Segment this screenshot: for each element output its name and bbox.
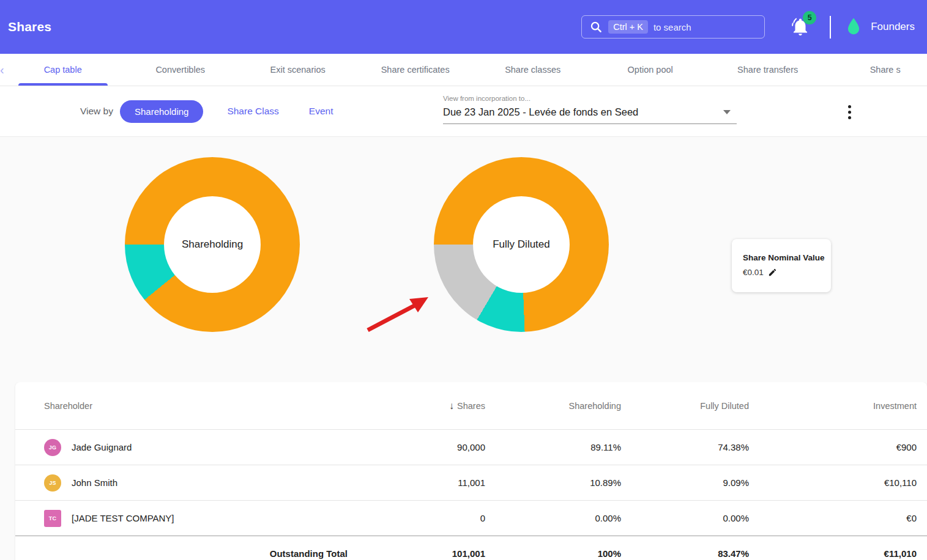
view-by-label: View by — [80, 106, 113, 117]
chevron-down-icon — [723, 110, 731, 114]
tab-option-pool[interactable]: Option pool — [592, 54, 709, 86]
cap-table: Shareholder ↓ Shares Shareholding Fully … — [15, 382, 927, 560]
tab-share-transfers[interactable]: Share transfers — [709, 54, 827, 86]
share-nominal-value-card: Share Nominal Value €0.01 — [732, 239, 831, 292]
col-header-shareholder[interactable]: Shareholder — [44, 401, 348, 411]
table-header-row: Shareholder ↓ Shares Shareholding Fully … — [15, 382, 927, 429]
shareholder-name: Jade Guignard — [72, 442, 132, 452]
total-investment: €11,010 — [749, 548, 917, 559]
nominal-value-title: Share Nominal Value — [743, 253, 831, 262]
col-header-fully-diluted[interactable]: Fully Diluted — [621, 401, 749, 411]
total-shares: 101,001 — [348, 548, 485, 559]
account-menu[interactable]: Founders — [846, 17, 915, 37]
search-icon — [589, 20, 603, 34]
total-label: Outstanding Total — [44, 548, 348, 559]
view-option-share-class[interactable]: Share Class — [221, 102, 285, 120]
col-header-shareholding[interactable]: Shareholding — [485, 401, 621, 411]
cell-fully-diluted: 74.38% — [621, 442, 749, 452]
more-options-button[interactable] — [843, 101, 855, 123]
col-header-shares[interactable]: ↓ Shares — [348, 400, 485, 411]
cell-fully-diluted: 9.09% — [621, 477, 749, 488]
cell-investment: €0 — [749, 513, 917, 523]
cell-shares: 90,000 — [348, 442, 485, 452]
avatar: JG — [44, 439, 61, 456]
filter-toolbar: View by Shareholding Share Class Event V… — [0, 86, 927, 137]
donut-hole: Shareholding — [164, 196, 261, 293]
fully-diluted-donut-chart[interactable]: Fully Diluted — [434, 157, 609, 332]
sort-descending-icon: ↓ — [449, 400, 454, 411]
cell-investment: €10,110 — [749, 477, 917, 488]
table-total-row: Outstanding Total 101,001 100% 83.47% €1… — [15, 536, 927, 560]
total-fully-diluted: 83.47% — [621, 548, 749, 559]
fully-diluted-chart-label: Fully Diluted — [493, 238, 550, 251]
view-option-event[interactable]: Event — [303, 102, 340, 120]
shareholding-donut-chart[interactable]: Shareholding — [125, 157, 300, 332]
period-select-value: Due 23 Jan 2025 - Levée de fonds en Seed — [443, 106, 638, 118]
nominal-value: €0.01 — [743, 268, 764, 277]
red-annotation-arrow — [363, 293, 433, 336]
shareholding-chart-label: Shareholding — [182, 238, 243, 251]
period-select-label: View from incorporation to... — [443, 95, 737, 102]
tabs-scroll-left-button[interactable]: ‹ — [0, 54, 4, 86]
tab-share-certificates[interactable]: Share certificates — [357, 54, 474, 86]
col-header-investment[interactable]: Investment — [749, 401, 917, 411]
chevron-left-icon: ‹ — [0, 63, 4, 77]
pencil-icon — [768, 268, 777, 277]
tab-share-splits[interactable]: Share s — [827, 54, 927, 86]
table-row-jade-guignard[interactable]: JG Jade Guignard 90,000 89.11% 74.38% €9… — [15, 429, 927, 465]
edit-nominal-value-button[interactable] — [768, 268, 777, 277]
tab-convertibles[interactable]: Convertibles — [122, 54, 239, 86]
table-row-jade-test-company[interactable]: TC [JADE TEST COMPANY] 0 0.00% 0.00% €0 — [15, 500, 927, 536]
cell-shareholding: 0.00% — [485, 513, 621, 523]
app-header: Shares Ctrl + K to search 5 Founders — [0, 0, 927, 54]
donut-hole: Fully Diluted — [473, 196, 570, 293]
cell-fully-diluted: 0.00% — [621, 513, 749, 523]
cell-shares: 11,001 — [348, 477, 485, 488]
tab-cap-table[interactable]: Cap table — [4, 54, 122, 86]
shareholder-name: [JADE TEST COMPANY] — [72, 513, 174, 523]
kebab-icon — [848, 105, 851, 108]
account-label: Founders — [871, 21, 915, 33]
tab-share-classes[interactable]: Share classes — [474, 54, 592, 86]
cell-shareholding: 89.11% — [485, 442, 621, 452]
tab-exit-scenarios[interactable]: Exit scenarios — [239, 54, 357, 86]
period-select[interactable]: View from incorporation to... Due 23 Jan… — [443, 95, 737, 124]
droplet-logo-icon — [846, 17, 862, 37]
avatar: JS — [44, 474, 61, 492]
section-tab-bar: ‹ Cap table Convertibles Exit scenarios … — [0, 54, 927, 86]
header-divider — [830, 16, 831, 39]
page-title: Shares — [8, 20, 51, 34]
search-placeholder: to search — [653, 22, 691, 32]
notification-count-badge: 5 — [803, 11, 816, 24]
search-input[interactable]: Ctrl + K to search — [581, 15, 765, 39]
table-row-john-smith[interactable]: JS John Smith 11,001 10.89% 9.09% €10,11… — [15, 465, 927, 500]
charts-section: Shareholding Fully Diluted Share Nominal… — [0, 137, 927, 382]
search-shortcut-pill: Ctrl + K — [608, 20, 648, 34]
shareholder-name: John Smith — [72, 477, 117, 488]
notifications-button[interactable]: 5 — [791, 17, 810, 37]
cell-shareholding: 10.89% — [485, 477, 621, 488]
active-tab-indicator — [18, 83, 108, 86]
total-shareholding: 100% — [485, 548, 621, 559]
view-option-shareholding[interactable]: Shareholding — [120, 100, 203, 123]
cell-shares: 0 — [348, 513, 485, 523]
avatar: TC — [44, 510, 61, 527]
cell-investment: €900 — [749, 442, 917, 452]
